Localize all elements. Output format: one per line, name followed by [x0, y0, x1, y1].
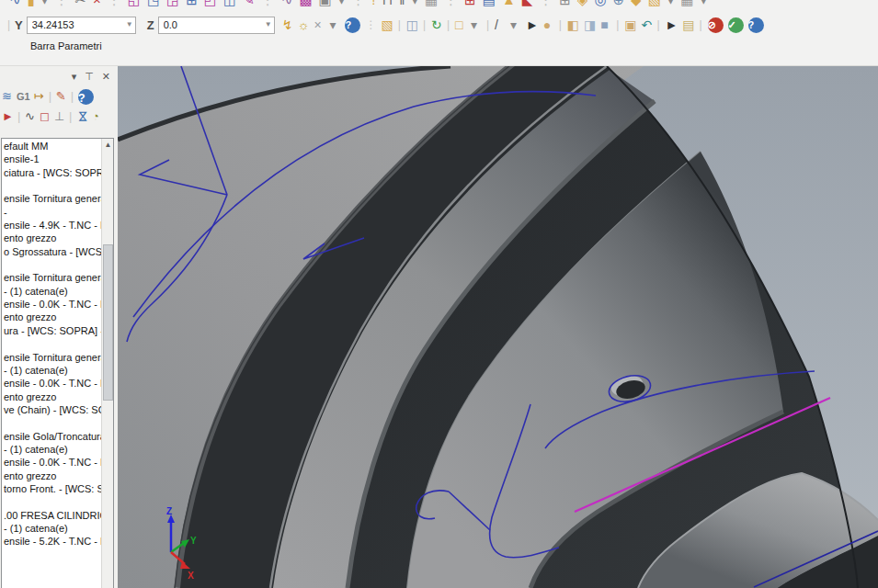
y-coordinate-input[interactable] [28, 19, 135, 30]
ok-circle-icon[interactable]: ✓ [728, 17, 744, 33]
chevron-down-icon[interactable]: ▼ [126, 20, 133, 28]
cancel-circle-icon[interactable]: ⊘ [708, 17, 724, 33]
toolpost-icon[interactable]: ⊥ [54, 107, 65, 126]
tree-line[interactable]: ensile - 0.0K - T.NC - N. [2, 298, 101, 311]
g1-code-icon[interactable]: G1 [17, 87, 30, 106]
dimension-icon[interactable]: ⊓ [382, 0, 393, 10]
grid-red-icon[interactable]: ⊞ [464, 0, 476, 10]
z-coordinate-combo[interactable]: ▼ [158, 17, 275, 34]
revolve-icon[interactable]: ◈ [577, 0, 588, 10]
wireframe-view-icon[interactable]: ◧ [567, 17, 579, 33]
tree-line[interactable]: ura - [WCS: SOPRA] - [ F [2, 324, 101, 337]
lasso-select-icon[interactable]: ▧ [381, 17, 393, 33]
dynamic-rotate-icon[interactable]: ↻ [431, 17, 442, 33]
tree-line[interactable] [2, 258, 101, 271]
tree-line[interactable]: ensile Gola/Troncatura - C [2, 430, 101, 443]
window-select-icon[interactable]: ◫ [406, 17, 418, 33]
graphics-viewport[interactable]: Z Y X [118, 66, 878, 588]
tree-line[interactable]: o Sgrossatura - [WCS: SC [2, 245, 101, 258]
validate-cursor-icon[interactable]: ► [666, 17, 678, 33]
dropdown-icon[interactable]: ▾ [41, 0, 49, 10]
xform-offset-icon[interactable]: ◫ [223, 0, 236, 10]
xform-copy-icon[interactable]: ◳ [147, 0, 160, 10]
tree-line[interactable]: ento grezzo [2, 232, 101, 244]
y-coordinate-combo[interactable]: ▼ [27, 17, 136, 34]
grid-select-icon[interactable]: □ [455, 17, 466, 33]
xform-translate-icon[interactable]: ◱ [128, 0, 141, 10]
undo-icon[interactable]: ↶ [642, 17, 653, 33]
tree-line[interactable]: ensile - 4.9K - T.NC - N. [2, 219, 101, 232]
panel-help-icon[interactable]: ? [78, 89, 94, 105]
dropdown-icon[interactable]: ▾ [471, 17, 482, 33]
tree-line[interactable]: ento grezzo [2, 311, 101, 323]
loft-icon[interactable]: ▧ [648, 0, 661, 10]
help-circle-icon[interactable]: ? [345, 17, 360, 33]
dropdown-icon[interactable]: ▾ [510, 17, 521, 33]
layers-icon[interactable]: ▤ [483, 0, 496, 10]
select-all-gear-icon[interactable]: ≋ [2, 87, 13, 106]
scrollbar-thumb[interactable] [103, 244, 113, 401]
curve-icon[interactable]: ∿ [281, 0, 293, 10]
image-icon[interactable]: ▣ [319, 0, 332, 10]
parallel-dim-icon[interactable]: ‖ [399, 0, 405, 10]
vertical-scrollbar[interactable]: ▲ ▼ [101, 139, 113, 588]
clear-selection-icon[interactable]: × [314, 17, 325, 33]
dropdown-icon[interactable]: ▾ [338, 0, 346, 10]
tree-line[interactable] [2, 416, 101, 429]
tree-line[interactable]: - (1) catena(e) [2, 443, 101, 456]
tree-line[interactable]: - (1) catena(e) [2, 522, 101, 535]
scroll-up-icon[interactable]: ▲ [102, 141, 114, 149]
tree-line[interactable] [2, 337, 101, 350]
chevron-down-icon[interactable]: ▼ [265, 20, 272, 28]
regen-hourglass-icon[interactable]: ⋈ [73, 111, 91, 123]
tree-line[interactable]: efault MM [2, 140, 101, 153]
tree-line[interactable]: - (1) catena(e) [2, 364, 101, 377]
tree-line[interactable] [2, 495, 101, 508]
clipboard-icon[interactable]: ▤ [682, 17, 694, 33]
xform-scale-icon[interactable]: ◰ [204, 0, 217, 10]
hidden-line-view-icon[interactable]: ◨ [584, 17, 596, 33]
hatch-icon[interactable]: ▩ [299, 0, 312, 10]
quick-point-icon[interactable]: ↯ [282, 17, 293, 33]
time-estimate-icon[interactable]: ◔ [92, 107, 103, 126]
dropdown-icon[interactable]: ▾ [329, 17, 340, 33]
tree-line[interactable] [2, 179, 101, 192]
solid-cylinder-icon[interactable]: ▮ [28, 0, 35, 10]
tree-line[interactable]: ensile Tornitura generale - [2, 192, 101, 205]
tree-line[interactable]: ve (Chain) - [WCS: SOPR. [2, 403, 101, 416]
shaded-view-icon[interactable]: ■ [600, 17, 611, 33]
flat-pattern-icon[interactable]: ▦ [680, 0, 693, 10]
tree-line[interactable]: ciatura - [WCS: SOPRA] - [2, 166, 101, 179]
copy-view-icon[interactable]: ▣ [624, 17, 636, 33]
tree-line[interactable]: ensile - 5.2K - T.NC - N. [2, 535, 101, 548]
select-path-icon[interactable]: ∿ [25, 107, 36, 126]
shaded-check-icon[interactable]: ● [543, 17, 554, 33]
tree-line[interactable]: ento grezzo [2, 469, 101, 482]
tree-line[interactable]: ensile Tornitura generale - [2, 351, 101, 364]
tool-arrow-icon[interactable]: ↦ [34, 87, 45, 106]
trim-icon[interactable]: ✂ [74, 0, 86, 10]
tree-line[interactable]: ensile-1 [2, 153, 101, 165]
tree-line[interactable]: ensile - 0.0K - T.NC - N. [2, 456, 101, 469]
panel-collapse-icon[interactable]: ▾ [72, 70, 77, 83]
surface-icon[interactable]: ▲ [502, 0, 516, 10]
mesh-icon[interactable]: ▦ [425, 0, 438, 10]
help-circle-icon[interactable]: ? [748, 17, 764, 33]
panel-close-icon[interactable]: ✕ [102, 70, 110, 83]
globe-icon[interactable]: ⊕ [613, 0, 625, 10]
z-coordinate-input[interactable] [159, 19, 274, 30]
geometry-icon[interactable]: ◻ [40, 107, 51, 126]
tree-line[interactable]: torno Front. - [WCS: SOF [2, 482, 101, 495]
tree-line[interactable]: ento grezzo [2, 390, 101, 403]
tree-line[interactable]: ensile Tornitura generale - [2, 271, 101, 284]
dropdown-icon[interactable]: ▾ [667, 0, 675, 10]
line-style-icon[interactable]: / [495, 17, 506, 33]
dropdown-icon[interactable]: ▾ [411, 0, 418, 10]
tree-line[interactable]: - (1) catena(e) [2, 285, 101, 298]
xform-mirror-icon[interactable]: ◲ [166, 0, 179, 10]
sphere-icon[interactable]: ◎ [594, 0, 606, 10]
tree-line[interactable]: .00 FRESA CILINDRICA - [2, 509, 101, 522]
net-cube-icon[interactable]: ⊞ [559, 0, 571, 10]
xform-rotate-icon[interactable]: ⊞ [186, 0, 198, 10]
sketch-icon[interactable]: ✎ [243, 0, 255, 10]
